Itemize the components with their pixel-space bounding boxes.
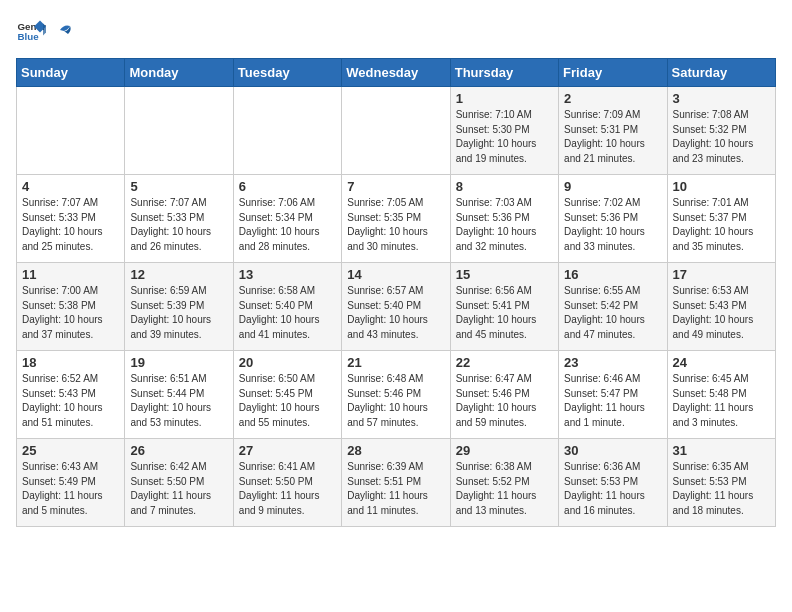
day-info: Sunrise: 7:08 AMSunset: 5:32 PMDaylight:… bbox=[673, 108, 770, 166]
day-number: 3 bbox=[673, 91, 770, 106]
day-info: Sunrise: 7:05 AMSunset: 5:35 PMDaylight:… bbox=[347, 196, 444, 254]
day-number: 10 bbox=[673, 179, 770, 194]
day-number: 17 bbox=[673, 267, 770, 282]
day-info: Sunrise: 6:35 AMSunset: 5:53 PMDaylight:… bbox=[673, 460, 770, 518]
calendar-cell: 10Sunrise: 7:01 AMSunset: 5:37 PMDayligh… bbox=[667, 175, 775, 263]
calendar-table: SundayMondayTuesdayWednesdayThursdayFrid… bbox=[16, 58, 776, 527]
day-info: Sunrise: 7:03 AMSunset: 5:36 PMDaylight:… bbox=[456, 196, 553, 254]
svg-text:Blue: Blue bbox=[18, 31, 40, 42]
day-number: 1 bbox=[456, 91, 553, 106]
day-info: Sunrise: 6:48 AMSunset: 5:46 PMDaylight:… bbox=[347, 372, 444, 430]
calendar-cell: 8Sunrise: 7:03 AMSunset: 5:36 PMDaylight… bbox=[450, 175, 558, 263]
day-number: 2 bbox=[564, 91, 661, 106]
day-info: Sunrise: 7:07 AMSunset: 5:33 PMDaylight:… bbox=[22, 196, 119, 254]
day-number: 7 bbox=[347, 179, 444, 194]
logo-icon: General Blue bbox=[16, 16, 46, 46]
day-info: Sunrise: 6:51 AMSunset: 5:44 PMDaylight:… bbox=[130, 372, 227, 430]
calendar-cell: 19Sunrise: 6:51 AMSunset: 5:44 PMDayligh… bbox=[125, 351, 233, 439]
day-info: Sunrise: 7:07 AMSunset: 5:33 PMDaylight:… bbox=[130, 196, 227, 254]
calendar-header-row: SundayMondayTuesdayWednesdayThursdayFrid… bbox=[17, 59, 776, 87]
day-info: Sunrise: 6:56 AMSunset: 5:41 PMDaylight:… bbox=[456, 284, 553, 342]
calendar-cell: 4Sunrise: 7:07 AMSunset: 5:33 PMDaylight… bbox=[17, 175, 125, 263]
calendar-cell: 20Sunrise: 6:50 AMSunset: 5:45 PMDayligh… bbox=[233, 351, 341, 439]
calendar-cell: 9Sunrise: 7:02 AMSunset: 5:36 PMDaylight… bbox=[559, 175, 667, 263]
calendar-week-row: 1Sunrise: 7:10 AMSunset: 5:30 PMDaylight… bbox=[17, 87, 776, 175]
day-number: 18 bbox=[22, 355, 119, 370]
day-number: 12 bbox=[130, 267, 227, 282]
day-info: Sunrise: 6:58 AMSunset: 5:40 PMDaylight:… bbox=[239, 284, 336, 342]
day-info: Sunrise: 6:39 AMSunset: 5:51 PMDaylight:… bbox=[347, 460, 444, 518]
calendar-cell: 5Sunrise: 7:07 AMSunset: 5:33 PMDaylight… bbox=[125, 175, 233, 263]
calendar-cell: 28Sunrise: 6:39 AMSunset: 5:51 PMDayligh… bbox=[342, 439, 450, 527]
day-number: 20 bbox=[239, 355, 336, 370]
logo: General Blue bbox=[16, 16, 72, 46]
calendar-cell: 13Sunrise: 6:58 AMSunset: 5:40 PMDayligh… bbox=[233, 263, 341, 351]
weekday-header: Sunday bbox=[17, 59, 125, 87]
calendar-cell: 30Sunrise: 6:36 AMSunset: 5:53 PMDayligh… bbox=[559, 439, 667, 527]
calendar-cell bbox=[342, 87, 450, 175]
day-info: Sunrise: 6:36 AMSunset: 5:53 PMDaylight:… bbox=[564, 460, 661, 518]
calendar-cell: 26Sunrise: 6:42 AMSunset: 5:50 PMDayligh… bbox=[125, 439, 233, 527]
calendar-cell: 17Sunrise: 6:53 AMSunset: 5:43 PMDayligh… bbox=[667, 263, 775, 351]
calendar-cell: 15Sunrise: 6:56 AMSunset: 5:41 PMDayligh… bbox=[450, 263, 558, 351]
calendar-cell: 16Sunrise: 6:55 AMSunset: 5:42 PMDayligh… bbox=[559, 263, 667, 351]
day-number: 9 bbox=[564, 179, 661, 194]
calendar-cell bbox=[17, 87, 125, 175]
day-number: 4 bbox=[22, 179, 119, 194]
day-info: Sunrise: 6:47 AMSunset: 5:46 PMDaylight:… bbox=[456, 372, 553, 430]
day-number: 29 bbox=[456, 443, 553, 458]
day-number: 31 bbox=[673, 443, 770, 458]
day-info: Sunrise: 7:06 AMSunset: 5:34 PMDaylight:… bbox=[239, 196, 336, 254]
day-number: 25 bbox=[22, 443, 119, 458]
weekday-header: Wednesday bbox=[342, 59, 450, 87]
day-number: 11 bbox=[22, 267, 119, 282]
weekday-header: Friday bbox=[559, 59, 667, 87]
day-number: 22 bbox=[456, 355, 553, 370]
day-number: 24 bbox=[673, 355, 770, 370]
calendar-week-row: 18Sunrise: 6:52 AMSunset: 5:43 PMDayligh… bbox=[17, 351, 776, 439]
calendar-cell: 27Sunrise: 6:41 AMSunset: 5:50 PMDayligh… bbox=[233, 439, 341, 527]
day-info: Sunrise: 6:55 AMSunset: 5:42 PMDaylight:… bbox=[564, 284, 661, 342]
calendar-cell: 14Sunrise: 6:57 AMSunset: 5:40 PMDayligh… bbox=[342, 263, 450, 351]
calendar-cell bbox=[233, 87, 341, 175]
weekday-header: Tuesday bbox=[233, 59, 341, 87]
calendar-cell: 25Sunrise: 6:43 AMSunset: 5:49 PMDayligh… bbox=[17, 439, 125, 527]
day-number: 26 bbox=[130, 443, 227, 458]
day-info: Sunrise: 6:46 AMSunset: 5:47 PMDaylight:… bbox=[564, 372, 661, 430]
calendar-cell: 11Sunrise: 7:00 AMSunset: 5:38 PMDayligh… bbox=[17, 263, 125, 351]
day-number: 8 bbox=[456, 179, 553, 194]
calendar-cell: 24Sunrise: 6:45 AMSunset: 5:48 PMDayligh… bbox=[667, 351, 775, 439]
day-info: Sunrise: 6:50 AMSunset: 5:45 PMDaylight:… bbox=[239, 372, 336, 430]
day-number: 16 bbox=[564, 267, 661, 282]
day-number: 6 bbox=[239, 179, 336, 194]
calendar-week-row: 11Sunrise: 7:00 AMSunset: 5:38 PMDayligh… bbox=[17, 263, 776, 351]
day-info: Sunrise: 6:38 AMSunset: 5:52 PMDaylight:… bbox=[456, 460, 553, 518]
day-number: 19 bbox=[130, 355, 227, 370]
logo-bird-icon bbox=[50, 22, 72, 44]
calendar-week-row: 4Sunrise: 7:07 AMSunset: 5:33 PMDaylight… bbox=[17, 175, 776, 263]
day-number: 13 bbox=[239, 267, 336, 282]
day-info: Sunrise: 6:41 AMSunset: 5:50 PMDaylight:… bbox=[239, 460, 336, 518]
day-number: 30 bbox=[564, 443, 661, 458]
day-number: 28 bbox=[347, 443, 444, 458]
day-number: 15 bbox=[456, 267, 553, 282]
calendar-cell: 7Sunrise: 7:05 AMSunset: 5:35 PMDaylight… bbox=[342, 175, 450, 263]
calendar-cell: 31Sunrise: 6:35 AMSunset: 5:53 PMDayligh… bbox=[667, 439, 775, 527]
calendar-cell: 21Sunrise: 6:48 AMSunset: 5:46 PMDayligh… bbox=[342, 351, 450, 439]
day-number: 21 bbox=[347, 355, 444, 370]
day-info: Sunrise: 6:42 AMSunset: 5:50 PMDaylight:… bbox=[130, 460, 227, 518]
calendar-cell: 29Sunrise: 6:38 AMSunset: 5:52 PMDayligh… bbox=[450, 439, 558, 527]
day-info: Sunrise: 7:10 AMSunset: 5:30 PMDaylight:… bbox=[456, 108, 553, 166]
day-info: Sunrise: 6:52 AMSunset: 5:43 PMDaylight:… bbox=[22, 372, 119, 430]
day-info: Sunrise: 6:59 AMSunset: 5:39 PMDaylight:… bbox=[130, 284, 227, 342]
calendar-week-row: 25Sunrise: 6:43 AMSunset: 5:49 PMDayligh… bbox=[17, 439, 776, 527]
day-info: Sunrise: 7:09 AMSunset: 5:31 PMDaylight:… bbox=[564, 108, 661, 166]
weekday-header: Monday bbox=[125, 59, 233, 87]
calendar-cell: 3Sunrise: 7:08 AMSunset: 5:32 PMDaylight… bbox=[667, 87, 775, 175]
calendar-cell: 12Sunrise: 6:59 AMSunset: 5:39 PMDayligh… bbox=[125, 263, 233, 351]
calendar-cell: 6Sunrise: 7:06 AMSunset: 5:34 PMDaylight… bbox=[233, 175, 341, 263]
day-info: Sunrise: 7:01 AMSunset: 5:37 PMDaylight:… bbox=[673, 196, 770, 254]
day-info: Sunrise: 6:53 AMSunset: 5:43 PMDaylight:… bbox=[673, 284, 770, 342]
calendar-cell: 1Sunrise: 7:10 AMSunset: 5:30 PMDaylight… bbox=[450, 87, 558, 175]
calendar-cell: 2Sunrise: 7:09 AMSunset: 5:31 PMDaylight… bbox=[559, 87, 667, 175]
